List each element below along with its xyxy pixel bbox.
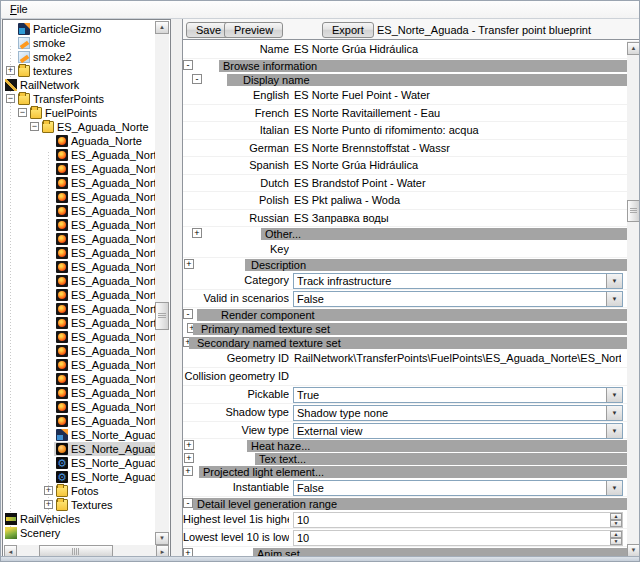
- fire-icon: [56, 345, 68, 357]
- section-bar-display-name: Display name: [227, 74, 627, 86]
- tree-item-smoke2[interactable]: smoke2: [3, 50, 155, 64]
- collapse-icon[interactable]: -: [183, 498, 193, 508]
- grid-vscrollbar[interactable]: [627, 41, 640, 558]
- field-value-geometry-id[interactable]: RailNetwork\TransferPoints\FuelPoints\ES…: [294, 352, 621, 364]
- tree-item-es-aguada-nort[interactable]: ES_Aguada_Nort: [3, 372, 155, 386]
- tree-item-es-aguada-nort[interactable]: ES_Aguada_Nort: [3, 218, 155, 232]
- tree-item-es-aguada-nort[interactable]: ES_Aguada_Nort: [3, 414, 155, 428]
- tree-item-textures[interactable]: +Textures: [3, 498, 155, 512]
- field-value-english[interactable]: ES Norte Fuel Point - Water: [294, 89, 621, 101]
- tree-item-es-aguada-norte[interactable]: −ES_Aguada_Norte: [3, 120, 155, 134]
- export-button[interactable]: Export: [322, 22, 374, 38]
- collapse-icon[interactable]: -: [192, 74, 202, 84]
- expand-icon[interactable]: +: [44, 486, 53, 495]
- tree-item-smoke[interactable]: smoke: [3, 36, 155, 50]
- tree-item-textures[interactable]: +textures: [3, 64, 155, 78]
- tree-scroll-down-button[interactable]: ▼: [155, 532, 169, 545]
- spin-field-lowest-level-10-is-lowest[interactable]: 10▲▼: [293, 530, 623, 546]
- tree-item-transferpoints[interactable]: −TransferPoints: [3, 92, 155, 106]
- field-row-german: GermanES Norte Brennstoffstat - Wassr: [183, 140, 627, 157]
- expand-icon[interactable]: +: [184, 259, 194, 269]
- expand-icon[interactable]: +: [184, 440, 194, 450]
- chevron-down-icon[interactable]: ▼: [606, 292, 622, 306]
- tree-item-scenery[interactable]: Scenery: [3, 526, 155, 540]
- expand-icon[interactable]: +: [192, 228, 202, 238]
- fire-icon: [56, 415, 68, 427]
- tree-item-es-aguada-nort[interactable]: ES_Aguada_Nort: [3, 246, 155, 260]
- combo-instantiable[interactable]: False▼: [293, 480, 623, 496]
- chevron-down-icon[interactable]: ▼: [606, 424, 622, 438]
- chevron-down-icon[interactable]: ▼: [606, 388, 622, 402]
- tree-item-es-aguada-nort[interactable]: ES_Aguada_Nort: [3, 288, 155, 302]
- preview-button[interactable]: Preview: [224, 22, 283, 38]
- spin-down-button[interactable]: ▼: [610, 520, 622, 527]
- combo-view-type[interactable]: External view▼: [293, 423, 623, 439]
- tree-item-label: Aguada_Norte: [69, 134, 155, 148]
- chevron-down-icon[interactable]: ▼: [606, 406, 622, 420]
- tree-vscrollbar[interactable]: [155, 21, 169, 545]
- grid-vscroll-thumb[interactable]: [627, 200, 640, 222]
- field-value-russian[interactable]: ES Заправка воды: [294, 212, 621, 224]
- tree-item-es-aguada-nort[interactable]: ES_Aguada_Nort: [3, 344, 155, 358]
- tree-item-es-aguada-nort[interactable]: ES_Aguada_Nort: [3, 260, 155, 274]
- tree-item-es-aguada-nort[interactable]: ES_Aguada_Nort: [3, 162, 155, 176]
- tree-item-railvehicles[interactable]: RailVehicles: [3, 512, 155, 526]
- section-projected-light-element: +Projected light element...: [183, 465, 627, 479]
- field-value-spanish[interactable]: ES Norte Grúa Hidráulica: [294, 159, 621, 171]
- tree-item-es-aguada-nort[interactable]: ES_Aguada_Nort: [3, 400, 155, 414]
- tree-item-es-aguada-nort[interactable]: ES_Aguada_Nort: [3, 358, 155, 372]
- collapse-icon[interactable]: -: [183, 309, 193, 319]
- spin-down-button[interactable]: ▼: [610, 538, 622, 545]
- expand-icon[interactable]: +: [184, 453, 194, 463]
- tree-item-es-aguada-nort[interactable]: ES_Aguada_Nort: [3, 316, 155, 330]
- tree-item-fotos[interactable]: +Fotos: [3, 484, 155, 498]
- field-value-german[interactable]: ES Norte Brennstoffstat - Wassr: [294, 142, 621, 154]
- rail-network-icon: [5, 79, 17, 91]
- spin-field-highest-level-1is-highest[interactable]: 10▲▼: [293, 512, 623, 528]
- field-value-dutch[interactable]: ES Brandstof Point - Water: [294, 177, 621, 189]
- collapse-icon[interactable]: −: [18, 108, 27, 117]
- field-value-name[interactable]: ES Norte Grúa Hidráulica: [294, 43, 621, 55]
- tree-item-es-norte-aguad[interactable]: ES_Norte_Aguad: [3, 428, 155, 442]
- collapse-icon[interactable]: -: [183, 60, 193, 70]
- section-bar-projected-light-element: Projected light element...: [199, 466, 627, 478]
- tree-item-es-norte-aguad[interactable]: ES_Norte_Aguad: [3, 442, 155, 456]
- combo-category[interactable]: Track infrastructure▼: [293, 273, 623, 289]
- tree-item-aguada-norte[interactable]: Aguada_Norte: [3, 134, 155, 148]
- tree-item-es-aguada-nort[interactable]: ES_Aguada_Nort: [3, 176, 155, 190]
- tree-item-es-aguada-nort[interactable]: ES_Aguada_Nort: [3, 190, 155, 204]
- field-value-polish[interactable]: ES Pkt paliwa - Woda: [294, 194, 621, 206]
- tree-item-es-aguada-nort[interactable]: ES_Aguada_Nort: [3, 302, 155, 316]
- collapse-icon[interactable]: −: [30, 122, 39, 131]
- tree-item-fuelpoints[interactable]: −FuelPoints: [3, 106, 155, 120]
- menu-item-file[interactable]: File: [6, 2, 32, 16]
- tree-item-es-aguada-nort[interactable]: ES_Aguada_Nort: [3, 386, 155, 400]
- collapse-icon[interactable]: −: [6, 94, 15, 103]
- chevron-down-icon[interactable]: ▼: [606, 274, 622, 288]
- tree-item-es-aguada-nort[interactable]: ES_Aguada_Nort: [3, 148, 155, 162]
- chevron-down-icon[interactable]: ▼: [606, 481, 622, 495]
- asset-tree[interactable]: ParticleGizmosmokesmoke2+texturesRailNet…: [3, 20, 155, 544]
- fire-icon: [56, 387, 68, 399]
- combo-pickable[interactable]: True▼: [293, 387, 623, 403]
- tree-item-es-aguada-nort[interactable]: ES_Aguada_Nort: [3, 204, 155, 218]
- expand-icon[interactable]: +: [6, 66, 15, 75]
- tree-item-es-aguada-nort[interactable]: ES_Aguada_Nort: [3, 330, 155, 344]
- tree-item-es-aguada-nort[interactable]: ES_Aguada_Nort: [3, 274, 155, 288]
- tree-vscroll-thumb[interactable]: [155, 302, 169, 330]
- tree-item-es-norte-aguad[interactable]: ⚙ES_Norte_Aguad: [3, 456, 155, 470]
- field-value-italian[interactable]: ES Norte Punto di rifomimento: acqua: [294, 124, 621, 136]
- spin-up-button[interactable]: ▲: [610, 513, 622, 520]
- spin-up-button[interactable]: ▲: [610, 531, 622, 538]
- tree-item-es-norte-aguad[interactable]: ⚙ES_Norte_Aguad: [3, 470, 155, 484]
- tree-item-particlegizmo[interactable]: ParticleGizmo: [3, 22, 155, 36]
- combo-valid-in-scenarios[interactable]: False▼: [293, 291, 623, 307]
- tree-scroll-up-button[interactable]: ▲: [155, 21, 169, 34]
- grid-scroll-up-button[interactable]: ▲: [627, 42, 640, 55]
- expand-icon[interactable]: +: [44, 500, 53, 509]
- tree-item-railnetwork[interactable]: RailNetwork: [3, 78, 155, 92]
- tree-item-es-aguada-nort[interactable]: ES_Aguada_Nort: [3, 232, 155, 246]
- expand-icon[interactable]: +: [183, 466, 193, 476]
- field-value-french[interactable]: ES Norte Ravitaillement - Eau: [294, 107, 621, 119]
- combo-shadow-type[interactable]: Shadow type none▼: [293, 405, 623, 421]
